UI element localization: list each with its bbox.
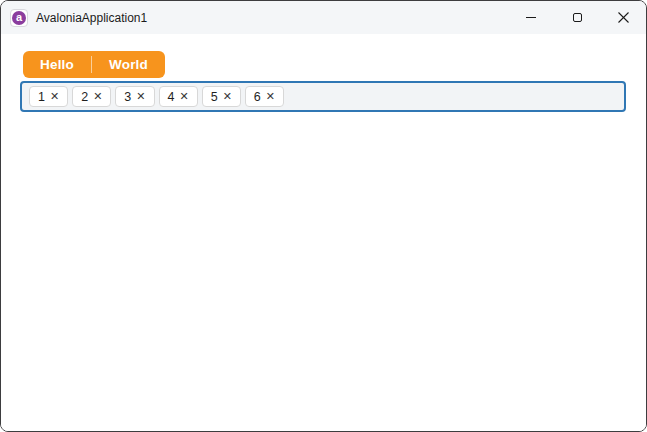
tag-input-box[interactable]: 1 ✕ 2 ✕ 3 ✕ 4 ✕ 5 ✕ 6 ✕ — [20, 81, 626, 112]
chip-remove-icon[interactable]: ✕ — [266, 91, 275, 102]
maximize-icon — [573, 13, 582, 22]
chip-6: 6 ✕ — [245, 86, 284, 107]
chip-remove-icon[interactable]: ✕ — [179, 91, 188, 102]
titlebar: a AvaloniaApplication1 — [1, 1, 646, 34]
chip-label: 4 — [168, 90, 175, 104]
chip-remove-icon[interactable]: ✕ — [50, 91, 59, 102]
chip-3: 3 ✕ — [115, 86, 154, 107]
chip-label: 6 — [254, 90, 261, 104]
close-icon — [618, 12, 629, 23]
minimize-button[interactable] — [508, 1, 554, 34]
chip-remove-icon[interactable]: ✕ — [136, 91, 145, 102]
window-title: AvaloniaApplication1 — [36, 11, 147, 25]
chip-1: 1 ✕ — [29, 86, 68, 107]
chip-2: 2 ✕ — [72, 86, 111, 107]
chip-4: 4 ✕ — [159, 86, 198, 107]
chip-label: 1 — [38, 90, 45, 104]
chip-5: 5 ✕ — [202, 86, 241, 107]
chip-remove-icon[interactable]: ✕ — [93, 91, 102, 102]
window-controls — [508, 1, 646, 34]
maximize-button[interactable] — [554, 1, 600, 34]
app-icon-badge: a — [10, 9, 28, 27]
world-button[interactable]: World — [92, 51, 165, 78]
hello-button[interactable]: Hello — [23, 51, 91, 78]
app-window: a AvaloniaApplication1 Hello World — [0, 0, 647, 432]
chip-remove-icon[interactable]: ✕ — [223, 91, 232, 102]
close-button[interactable] — [600, 1, 646, 34]
chip-label: 3 — [124, 90, 131, 104]
minimize-icon — [526, 17, 536, 18]
chip-label: 2 — [81, 90, 88, 104]
avalonia-logo-icon: a — [12, 11, 26, 25]
hello-world-split-button: Hello World — [23, 51, 165, 78]
chip-label: 5 — [211, 90, 218, 104]
window-content: Hello World 1 ✕ 2 ✕ 3 ✕ 4 ✕ 5 — [1, 34, 646, 431]
